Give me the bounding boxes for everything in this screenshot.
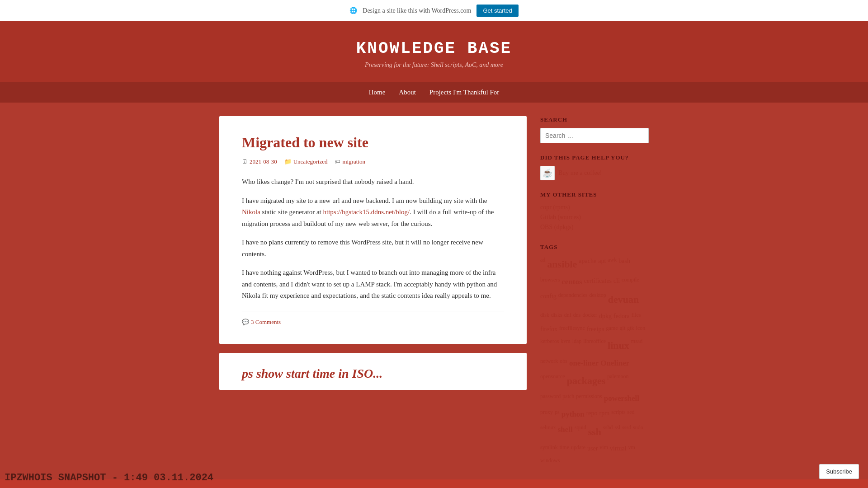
tag-files-link[interactable]: files xyxy=(632,310,641,322)
nav-projects[interactable]: Projects I'm Thankful For xyxy=(429,89,500,96)
calendar-icon: 🗓 xyxy=(242,158,248,165)
search-input[interactable] xyxy=(540,128,649,143)
tag-freefilesync-link[interactable]: freefilesync xyxy=(559,324,585,335)
tag-one-liner-link[interactable]: one-liner xyxy=(569,357,599,371)
sidebar-search-section: SEARCH xyxy=(540,116,649,143)
tag-selinux-link[interactable]: selinux xyxy=(540,423,556,441)
tag-config-link[interactable]: config xyxy=(540,291,557,309)
get-started-button[interactable]: Get started xyxy=(476,5,518,17)
tag-browsers-link[interactable]: browsers xyxy=(540,275,560,289)
tag-disk-link[interactable]: disk xyxy=(540,310,549,322)
nikola-link[interactable]: Nikola xyxy=(242,208,260,216)
nav-home[interactable]: Home xyxy=(369,89,386,96)
tag-freeipa-link[interactable]: freeipa xyxy=(587,324,604,335)
post-tag-link[interactable]: migration xyxy=(342,158,365,165)
tag-apache-link[interactable]: apache xyxy=(579,255,596,273)
tag-disks-link[interactable]: disks xyxy=(551,310,562,322)
tag-kerberos-link[interactable]: kerberos xyxy=(540,337,559,355)
tag-vim-link[interactable]: vim xyxy=(599,443,608,454)
tag-scripts-link[interactable]: scripts xyxy=(611,408,625,422)
tag-fedora-link[interactable]: fedora xyxy=(613,310,630,322)
tag-password-link[interactable]: password xyxy=(540,392,561,406)
tag-oneliner-link[interactable]: Oneliner xyxy=(600,357,629,371)
tag-windows-link[interactable]: windows xyxy=(540,456,560,466)
post-footer: 💬 3 Comments xyxy=(242,311,504,326)
tag-squid-link[interactable]: squid xyxy=(575,423,586,441)
post-date-link[interactable]: 2021-08-30 xyxy=(250,158,277,165)
tag-sed-link[interactable]: sed xyxy=(627,408,635,422)
tag-msad-link[interactable]: msad xyxy=(631,337,642,355)
tag-rpm-link[interactable]: rpm xyxy=(599,408,610,422)
obs-link[interactable]: OBS (dpkgs) xyxy=(540,224,574,230)
tag-compile-link[interactable]: compile xyxy=(622,275,639,289)
tag-awk-link[interactable]: awk xyxy=(608,255,617,273)
tag-obs-link[interactable]: obs xyxy=(560,357,567,371)
tag-centos-link[interactable]: centos xyxy=(561,275,582,289)
post-body: Who likes change? I'm not surprised that… xyxy=(242,176,504,302)
tag-game-link[interactable]: game xyxy=(606,324,618,335)
tag-vm-link[interactable]: vm xyxy=(628,443,635,454)
tag-devuan-link[interactable]: devuan xyxy=(608,291,639,309)
tag-firefox-link[interactable]: firefox xyxy=(540,324,557,335)
gitlab-link[interactable]: Gitlab (sources) xyxy=(540,214,581,221)
tag-certificates-link[interactable]: certificates xyxy=(584,275,612,289)
post-paragraph-4: I have nothing against WordPress, but I … xyxy=(242,267,504,302)
nav-about[interactable]: About xyxy=(399,89,416,96)
blog-url-link[interactable]: https://bgstack15.ddns.net/blog/ xyxy=(323,208,410,216)
tag-libreoffice-link[interactable]: libreoffice xyxy=(583,337,606,355)
tag-git-link[interactable]: git xyxy=(620,324,626,335)
site-title: KNOWLEDGE BASE xyxy=(9,39,859,58)
tag-cli-link[interactable]: cli xyxy=(613,275,620,289)
copr-link[interactable]: copr (rpms) xyxy=(540,204,570,211)
tag-symlink-link[interactable]: symlink xyxy=(540,443,558,454)
subscribe-button[interactable]: Subscribe xyxy=(819,464,859,479)
comments-link[interactable]: 💬 3 Comments xyxy=(242,319,504,326)
coffee-heading: DID THIS PAGE HELP YOU? xyxy=(540,154,649,161)
post-meta: 🗓 2021-08-30 📁 Uncategorized 🏷 migration xyxy=(242,158,504,165)
coffee-link[interactable]: ☕ Buy me a coffee! xyxy=(540,166,649,180)
tag-dpkg-link[interactable]: dpkg xyxy=(599,310,612,322)
tag-sssd-link[interactable]: sssd xyxy=(622,423,631,441)
tag-docker-link[interactable]: docker xyxy=(582,310,597,322)
tag-sshd-link[interactable]: sshd xyxy=(603,423,613,441)
tag-dns-link[interactable]: dns xyxy=(573,310,581,322)
tag-dnf-link[interactable]: dnf xyxy=(564,310,571,322)
post-paragraph-3: I have no plans currently to remove this… xyxy=(242,237,504,260)
site-tagline: Preserving for the future: Shell scripts… xyxy=(9,61,859,69)
tag-patch-link[interactable]: patch xyxy=(562,392,574,406)
tag-virtual-link[interactable]: virtual xyxy=(610,443,627,454)
post-paragraph-1: Who likes change? I'm not surprised that… xyxy=(242,176,504,188)
tag-ps-link[interactable]: ps xyxy=(555,408,560,422)
tag-kvm-link[interactable]: kvm xyxy=(561,337,570,355)
tag-ad-link[interactable]: ad xyxy=(540,255,545,273)
tag-sudo-link[interactable]: sudo xyxy=(633,423,643,441)
post-category-link[interactable]: Uncategorized xyxy=(293,158,328,165)
tag-packages-link[interactable]: packages xyxy=(567,372,606,390)
tag-ssh-link[interactable]: ssh xyxy=(588,423,601,441)
tag-python-link[interactable]: python xyxy=(561,408,585,422)
tag-palemoon-link[interactable]: palemoon xyxy=(607,372,628,390)
tag-shell-link[interactable]: shell xyxy=(558,423,573,441)
tag-linux-link[interactable]: linux xyxy=(608,337,629,355)
tag-ansible-link[interactable]: ansible xyxy=(547,255,577,273)
tag-bash-link[interactable]: bash xyxy=(618,255,630,273)
tag-proxy-link[interactable]: proxy xyxy=(540,408,553,422)
tag-icon-link[interactable]: icon xyxy=(636,324,646,335)
tag-update-link[interactable]: update xyxy=(571,443,585,454)
tag-gtk-link[interactable]: gtk xyxy=(627,324,634,335)
tag-powershell-link[interactable]: powershell xyxy=(604,392,639,406)
tag-network-link[interactable]: network xyxy=(540,357,558,371)
tag-repo-link[interactable]: repo xyxy=(586,408,598,422)
wp-logo-icon: 🌐 xyxy=(349,7,357,14)
tag-time-link[interactable]: time xyxy=(560,443,569,454)
tag-ssl-link[interactable]: ssl xyxy=(614,423,620,441)
tag-permissions-link[interactable]: permissions xyxy=(576,392,602,406)
tag-desktop-link[interactable]: desktop xyxy=(589,291,606,309)
post-tag-meta: 🏷 migration xyxy=(335,158,365,165)
tag-user-link[interactable]: user xyxy=(587,443,598,454)
tag-opensource-link[interactable]: opensource xyxy=(540,372,565,390)
tag-dependencies-link[interactable]: dependencies xyxy=(558,291,588,309)
tag-apt-link[interactable]: apt xyxy=(598,255,606,273)
tag-ldap-link[interactable]: ldap xyxy=(572,337,582,355)
list-item: copr (rpms) xyxy=(540,203,649,211)
